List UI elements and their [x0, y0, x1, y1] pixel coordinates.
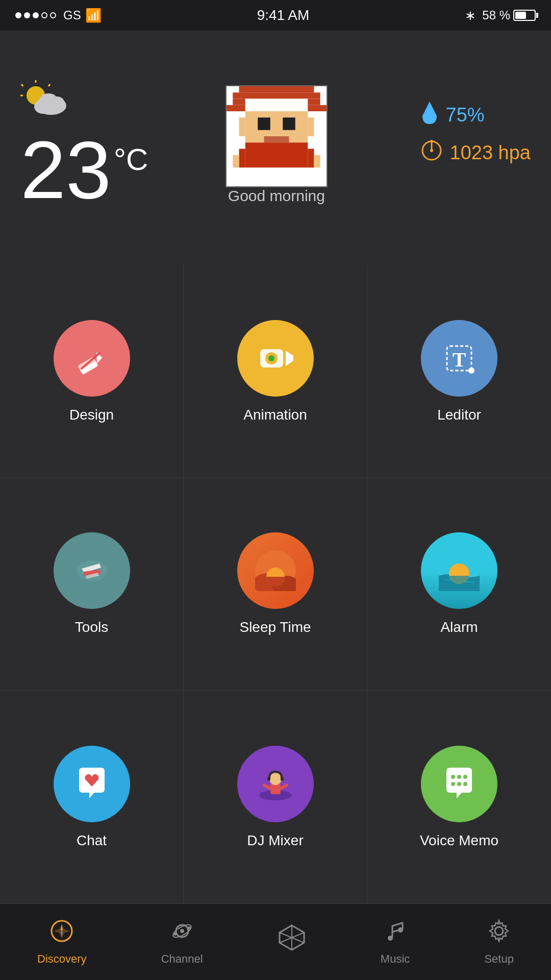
svg-line-80	[292, 938, 304, 943]
weather-icon-temp: 23 °C	[20, 80, 148, 211]
animation-icon	[255, 338, 296, 379]
design-label: Design	[69, 407, 114, 423]
bottom-nav: Discovery Channel	[0, 903, 551, 980]
alarm-icon	[439, 550, 480, 591]
channel-icon	[170, 919, 194, 948]
chat-label: Chat	[77, 832, 107, 849]
app-cell-voicememo[interactable]: Voice Memo	[367, 691, 551, 903]
battery-percent: 58 %	[482, 8, 510, 22]
svg-point-64	[451, 775, 455, 779]
app-cell-djmixer[interactable]: DJ Mixer	[184, 691, 367, 903]
pressure-value: 1023 hpa	[450, 142, 531, 164]
app-cell-leditor[interactable]: T Leditor	[367, 265, 551, 478]
svg-point-68	[457, 782, 461, 786]
design-icon-circle	[54, 320, 130, 397]
svg-point-67	[451, 782, 455, 786]
signal-dot-4	[41, 12, 47, 18]
leditor-icon-circle: T	[421, 320, 497, 397]
humidity-stat: 75%	[420, 101, 531, 129]
svg-rect-61	[281, 777, 284, 781]
status-time: 9:41 AM	[257, 7, 310, 23]
tools-label: Tools	[75, 619, 108, 635]
pressure-icon	[420, 139, 443, 166]
svg-marker-40	[286, 351, 293, 366]
app-cell-sleeptime[interactable]: Sleep Time	[184, 478, 367, 691]
voicememo-label: Voice Memo	[420, 832, 498, 849]
svg-line-81	[280, 938, 292, 943]
svg-rect-24	[264, 136, 289, 142]
featured-icon	[278, 923, 306, 957]
weather-center: Good morning	[148, 85, 405, 205]
djmixer-icon	[255, 764, 296, 804]
signal-dot-1	[15, 12, 21, 18]
app-cell-design[interactable]: Design	[0, 265, 184, 478]
svg-point-69	[463, 782, 467, 786]
svg-rect-27	[308, 149, 314, 168]
battery-box: 58 %	[482, 8, 536, 22]
weather-section: 23 °C	[0, 31, 551, 265]
app-cell-alarm[interactable]: Alarm	[367, 478, 551, 691]
setup-icon	[487, 919, 511, 948]
svg-line-63	[282, 785, 287, 788]
app-cell-animation[interactable]: Animation	[184, 265, 367, 478]
animation-label: Animation	[243, 407, 307, 423]
voicememo-icon-circle	[421, 746, 497, 822]
status-left: GS 📶	[15, 8, 102, 23]
svg-point-84	[495, 927, 503, 935]
app-cell-tools[interactable]: Tools	[0, 478, 184, 691]
svg-point-39	[268, 355, 274, 361]
svg-rect-23	[283, 117, 295, 130]
svg-line-62	[264, 785, 269, 788]
weather-top: 23 °C	[20, 80, 531, 211]
status-bar: GS 📶 9:41 AM ∗ 58 %	[0, 0, 551, 31]
svg-point-10	[50, 96, 64, 109]
humidity-icon	[420, 101, 439, 129]
svg-rect-17	[245, 105, 308, 111]
svg-point-82	[388, 936, 393, 941]
svg-point-65	[457, 775, 461, 779]
nav-discovery[interactable]: Discovery	[37, 919, 87, 966]
svg-point-32	[430, 140, 433, 143]
weather-stats: 75% 1023 hpa	[405, 80, 531, 166]
nav-channel[interactable]: Channel	[161, 919, 203, 966]
nav-featured[interactable]	[278, 923, 306, 961]
app-cell-chat[interactable]: Chat	[0, 691, 184, 903]
svg-line-5	[21, 84, 23, 86]
humidity-value: 75%	[446, 104, 485, 126]
svg-point-72	[180, 929, 184, 933]
svg-rect-60	[267, 777, 270, 781]
music-icon	[383, 919, 408, 948]
temperature-value: 23	[20, 129, 111, 211]
svg-rect-15	[308, 99, 320, 105]
channel-label: Channel	[161, 952, 203, 966]
signal-dot-3	[33, 12, 39, 18]
svg-rect-20	[239, 117, 245, 136]
svg-rect-18	[308, 105, 327, 111]
nav-setup[interactable]: Setup	[484, 919, 514, 966]
sleeptime-icon	[255, 550, 296, 591]
svg-rect-22	[258, 117, 270, 130]
djmixer-icon-circle	[237, 746, 314, 822]
discovery-label: Discovery	[37, 952, 87, 966]
svg-point-31	[430, 149, 433, 152]
svg-rect-25	[245, 142, 308, 167]
svg-point-43	[468, 368, 474, 374]
svg-text:T: T	[453, 348, 466, 371]
status-right: ∗ 58 %	[465, 8, 536, 23]
chat-icon	[71, 764, 112, 804]
leditor-icon: T	[439, 338, 480, 379]
svg-rect-16	[227, 105, 245, 111]
battery-fill	[515, 12, 526, 19]
music-label: Music	[381, 952, 410, 966]
chat-icon-circle	[54, 746, 130, 822]
discovery-icon	[49, 919, 74, 948]
svg-rect-28	[233, 155, 239, 168]
svg-point-83	[398, 927, 403, 933]
svg-point-75	[173, 933, 177, 936]
sleeptime-icon-circle	[237, 532, 314, 609]
bluetooth-icon: ∗	[465, 8, 476, 23]
main-content: 23 °C	[0, 31, 551, 903]
nav-music[interactable]: Music	[381, 919, 410, 966]
svg-rect-13	[233, 99, 245, 105]
temperature-unit: °C	[114, 144, 148, 175]
